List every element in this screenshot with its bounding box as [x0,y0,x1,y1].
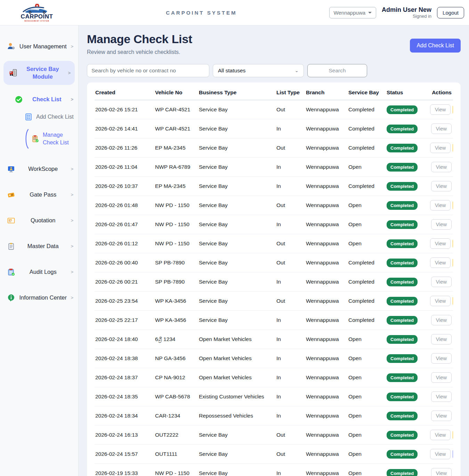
view-button[interactable]: View [430,430,451,440]
sidebar-item-workscope[interactable]: WorkScope > [0,162,78,176]
created-cell: 2026-02-26 10:37 [95,177,154,196]
status-badge: Completed [387,239,418,248]
sidebar-item-gate-pass[interactable]: Gate Pass > [0,188,78,202]
view-button[interactable]: View [430,296,451,306]
view-button[interactable]: View [431,277,452,287]
actions-cell: ViewGP [429,445,453,464]
sidebar-item-information-center[interactable]: Information Center > [0,291,78,305]
table-row: 2026-02-26 00:21SP PB-7890Service BayInW… [95,272,453,292]
vehicle-no-cell: EP MA-2345 [154,177,198,196]
vehicle-no-cell: WP CAR-4521 [154,119,198,138]
search-button[interactable]: Search [307,64,367,77]
list-type-cell: Out [276,196,305,215]
cp-button[interactable]: CP [453,143,453,153]
gp-button[interactable]: GP [453,449,453,459]
created-cell: 2026-02-24 18:35 [95,387,154,406]
created-cell: 2026-02-26 00:21 [95,272,154,292]
view-button[interactable]: View [431,219,452,230]
sidebar-item-master-data[interactable]: Master Data > [0,239,78,253]
branch-selector-dropdown[interactable]: Wennappuwa [329,7,376,18]
business-type-cell: Open Market Vehicles [198,368,276,387]
service-bay-cell: Open [348,464,386,476]
list-type-cell: Out [276,234,305,253]
view-button[interactable]: View [430,143,451,153]
view-button[interactable]: View [431,315,452,325]
view-button[interactable]: View [430,238,451,249]
actions-cell: ViewCP [429,426,453,445]
chevron-right-icon: > [71,192,73,197]
view-button[interactable]: View [431,391,452,402]
sidebar-item-label: WorkScope [19,165,67,173]
service-bay-cell: Open [348,426,386,445]
view-button[interactable]: View [431,411,452,421]
table-row: 2026-02-26 11:04NWP RA-6789Service BayIn… [95,158,453,177]
sidebar-item-label: User Management [19,42,67,50]
view-button[interactable]: View [431,181,452,191]
branch-cell: Wennappuwa [305,234,348,253]
cp-button[interactable]: CP [453,238,453,249]
status-badge: Completed [387,163,418,172]
actions-cell: View [429,158,453,177]
actions-cell: ViewCP [429,100,453,119]
view-button[interactable]: View [431,162,452,172]
sidebar-item-add-check-list[interactable]: Add Check List [21,111,78,122]
status-badge: Completed [387,412,418,420]
view-button[interactable]: View [431,353,452,364]
view-button[interactable]: View [431,124,452,134]
actions-cell: ViewCP [429,138,453,158]
status-cell: Completed [386,445,429,464]
add-check-list-button[interactable]: Add Check List [410,39,461,53]
status-cell: Completed [386,138,429,158]
service-bay-cell: Completed [348,119,386,138]
vehicle-no-cell: NW PD - 1150 [154,215,198,234]
list-type-cell: In [276,177,305,196]
sidebar-item-manage-check-list[interactable]: Manage Check List [21,127,78,150]
sidebar-item-check-list[interactable]: Check List > [8,93,78,106]
view-button[interactable]: View [430,449,451,459]
sidebar-item-audit-logs[interactable]: Audit Logs > [0,265,78,279]
status-cell: Completed [386,119,429,138]
cp-button[interactable]: CP [453,200,453,211]
status-filter-select[interactable]: All statuses ⌄ [213,64,304,77]
audit-logs-icon [7,268,15,276]
table-row: 2026-02-26 01:48NW PD - 1150Service BayO… [95,196,453,215]
actions-cell: ViewCP [429,196,453,215]
sidebar-item-quotation[interactable]: Quotation > [0,214,78,228]
quotation-icon [7,216,15,225]
cp-button[interactable]: CP [453,257,453,268]
search-input[interactable] [87,64,209,77]
sidebar-item-service-bay-module[interactable]: Service Bay Module > [3,61,75,85]
status-cell: Completed [386,330,429,349]
view-button[interactable]: View [430,104,451,115]
chevron-right-icon: > [71,218,73,223]
sidebar-item-user-management[interactable]: User Management > [0,39,78,53]
view-button[interactable]: View [431,334,452,344]
list-type-cell: Out [276,426,305,445]
vehicle-no-cell: SP PB-7890 [154,272,198,292]
sidebar-item-label: Check List [26,95,67,103]
business-type-cell: Service Bay [198,426,276,445]
user-gear-icon [7,42,15,50]
view-button[interactable]: View [431,468,452,476]
status-cell: Completed [386,368,429,387]
logout-button[interactable]: Logout [437,7,464,18]
created-cell: 2026-02-24 18:38 [95,349,154,368]
status-badge: Completed [387,220,418,229]
top-header: CARPOINT MANAGEMENT SYSTEM CARPOINT SYST… [0,0,469,25]
status-cell: Completed [386,196,429,215]
chevron-right-icon: > [71,295,73,300]
vehicle-no-cell: CAR-1234 [154,406,198,426]
cp-button[interactable]: CP [453,430,453,440]
business-type-cell: Service Bay [198,234,276,253]
vehicle-no-cell: SP PB-7890 [154,253,198,272]
service-bay-cell: Completed [348,177,386,196]
truck-clipboard-icon [9,69,17,77]
status-badge: Completed [387,182,418,191]
view-button[interactable]: View [431,372,452,383]
cp-button[interactable]: CP [453,104,453,115]
view-button[interactable]: View [430,257,451,268]
table-row: 2026-02-24 18:38NP GA-3456Open Market Ve… [95,349,453,368]
cp-button[interactable]: CP [453,296,453,306]
view-button[interactable]: View [430,200,451,211]
business-type-cell: Repossessed Vehicles [198,406,276,426]
